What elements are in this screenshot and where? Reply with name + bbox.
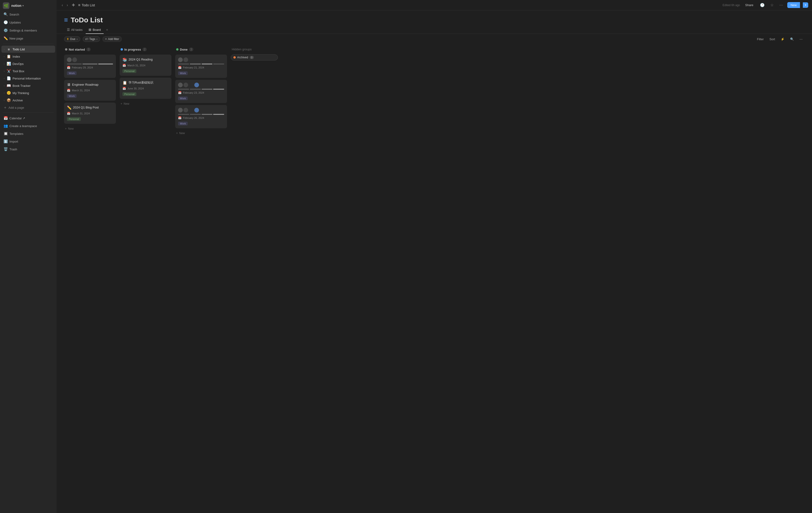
sidebar-bottom-import[interactable]: ⬇️ Import xyxy=(1,138,55,145)
item-icon: 📖 xyxy=(6,84,11,88)
card-date: June 30, 2024 xyxy=(127,87,144,90)
archived-count: 0 xyxy=(250,56,254,59)
nav-add-button[interactable]: ✚ xyxy=(70,2,76,8)
topbar-navigation: ‹ › ✚ xyxy=(60,2,76,8)
card-meta: 📅 March 31, 2024 xyxy=(67,112,113,115)
nav-forward-button[interactable]: › xyxy=(65,2,69,8)
new-button[interactable]: New xyxy=(787,2,800,8)
new-button-chevron[interactable]: ▾ xyxy=(803,2,808,8)
card-tag: Personal xyxy=(122,92,136,96)
card-c1[interactable]: 📅 February 29, 2024 Work xyxy=(64,55,116,78)
bottom-label: Import xyxy=(9,140,18,143)
bottom-label: Templates xyxy=(9,132,23,135)
new-page-button[interactable]: ✏️ New page xyxy=(1,35,55,42)
sidebar-item-index[interactable]: › 📋 Index xyxy=(1,53,55,60)
sidebar-bottom-templates[interactable]: 🔲 Templates xyxy=(1,130,55,138)
column-new-button-in-progress[interactable]: +New xyxy=(120,101,171,107)
sidebar: 🌿 notion ▾ 🔍 Search 🕐 Updates ⚙️ Setting… xyxy=(0,0,57,513)
tab-board[interactable]: ⊞ Board xyxy=(86,26,104,34)
card-progress-bars xyxy=(178,64,224,64)
sidebar-bottom-create-teamspace[interactable]: 👥 Create a teamspace xyxy=(1,122,55,130)
bottom-icon: 📅 xyxy=(3,116,8,120)
add-page-button[interactable]: ＋ Add a page xyxy=(1,104,55,111)
add-filter-chip[interactable]: + Add filter xyxy=(103,36,121,42)
card-tag: Personal xyxy=(67,117,81,121)
avatar xyxy=(67,57,71,62)
card-title-row: 📋 学习Rust基础知识 xyxy=(122,81,169,85)
sidebar-item-book-tracker[interactable]: › 📖 Book Tracker xyxy=(1,82,55,89)
avatar xyxy=(194,83,199,87)
clock-icon-button[interactable]: 🕐 xyxy=(758,2,766,8)
card-meta: 📅 February 26, 2024 xyxy=(178,116,224,120)
progress-bar xyxy=(202,64,213,64)
page-title: ToDo List xyxy=(71,16,103,24)
bottom-icon: ⬇️ xyxy=(3,139,8,144)
calendar-icon: 📅 xyxy=(178,66,181,69)
updates-button[interactable]: 🕐 Updates xyxy=(1,19,55,26)
card-c6[interactable]: 📅 February 21, 2024 Work xyxy=(175,55,227,78)
card-tag: Work xyxy=(67,94,77,98)
sidebar-bottom-calendar[interactable]: 📅 Calendar ↗ xyxy=(1,114,55,122)
avatar xyxy=(183,57,188,62)
tags-filter-chip[interactable]: 🏷 Tags ▾ xyxy=(83,36,100,42)
column-new-button-not-started[interactable]: +New xyxy=(64,126,116,132)
progress-bar xyxy=(67,64,82,64)
topbar-page-icon: ≡ xyxy=(78,3,80,7)
card-date: March 31, 2024 xyxy=(127,64,145,67)
column-not-started: Not started 3 📅 February 29, 2024 Work 🖥… xyxy=(64,46,116,132)
card-c5[interactable]: 📋 学习Rust基础知识 📅 June 30, 2024 Personal xyxy=(120,78,171,99)
share-button[interactable]: Share xyxy=(743,2,756,8)
avatar xyxy=(194,108,199,113)
archived-chip[interactable]: Archived 0 xyxy=(231,54,278,60)
column-count: 2 xyxy=(143,48,147,51)
column-dot xyxy=(121,48,123,51)
avatar xyxy=(178,108,183,113)
card-c8[interactable]: 📅 February 26, 2024 Work xyxy=(175,105,227,128)
tab-all-tasks[interactable]: ☰ All tasks xyxy=(64,26,85,34)
sort-button[interactable]: Sort xyxy=(767,36,777,42)
card-title-row: 📚 2024 Q1 Reading xyxy=(122,57,169,62)
card-meta: 📅 March 31, 2024 xyxy=(122,64,169,67)
item-label: Personal Information xyxy=(12,77,53,80)
plus-icon: + xyxy=(121,102,122,105)
lightning-button[interactable]: ⚡ xyxy=(779,36,786,42)
card-date: February 29, 2024 xyxy=(72,66,93,69)
sidebar-item-tool-box[interactable]: › ✂️ Tool Box xyxy=(1,67,55,74)
search-button[interactable]: 🔍 Search xyxy=(1,10,55,18)
card-title: Engineer Roadmap xyxy=(72,83,98,87)
sidebar-item-todo-list[interactable]: › ≡ Todo List xyxy=(1,46,55,53)
column-header-not-started: Not started 3 xyxy=(64,46,116,53)
board-area: Not started 3 📅 February 29, 2024 Work 🖥… xyxy=(57,44,812,513)
card-title: 学习Rust基础知识 xyxy=(128,81,153,85)
more-toolbar-button[interactable]: ⋯ xyxy=(798,36,805,42)
card-tag: Work xyxy=(67,71,77,75)
progress-bar xyxy=(178,64,189,64)
sidebar-bottom-trash[interactable]: 🗑️ Trash xyxy=(1,145,55,153)
column-new-button-done[interactable]: +New xyxy=(175,130,227,136)
star-icon-button[interactable]: ☆ xyxy=(769,2,775,8)
sidebar-item-archive[interactable]: › 📦 Archive xyxy=(1,97,55,104)
card-c2[interactable]: 🖥 Engineer Roadmap 📅 March 31, 2024 Work xyxy=(64,80,116,101)
card-c4[interactable]: 📚 2024 Q1 Reading 📅 March 31, 2024 Perso… xyxy=(120,55,171,76)
main-content: ‹ › ✚ ≡ Todo List Edited 6h ago Share 🕐 … xyxy=(57,0,812,513)
filter-button[interactable]: Filter xyxy=(755,36,765,42)
add-view-button[interactable]: + xyxy=(104,26,110,33)
sidebar-item-devops[interactable]: › 📊 DevOps xyxy=(1,60,55,67)
due-filter-chip[interactable]: ⬆ Due ▾ xyxy=(64,36,80,42)
progress-bar xyxy=(202,89,213,90)
sidebar-item-personal-info[interactable]: › 📄 Personal Information xyxy=(1,75,55,82)
nav-back-button[interactable]: ‹ xyxy=(60,2,64,8)
card-title-row: 🖥 Engineer Roadmap xyxy=(67,83,113,87)
sidebar-item-my-thinking[interactable]: › 😊 My Thinking xyxy=(1,89,55,96)
card-c3[interactable]: ✏️ 2024 Q1 Blog Post 📅 March 31, 2024 Pe… xyxy=(64,102,116,124)
more-options-button[interactable]: ⋯ xyxy=(778,2,784,8)
item-label: Book Tracker xyxy=(12,84,53,88)
item-icon: 📊 xyxy=(6,62,11,66)
card-title-row: ✏️ 2024 Q1 Blog Post xyxy=(67,105,113,110)
card-c7[interactable]: 📅 February 23, 2024 Work xyxy=(175,80,227,103)
workspace-header[interactable]: 🌿 notion ▾ xyxy=(0,0,57,10)
card-meta: 📅 February 21, 2024 xyxy=(178,66,224,69)
search-toolbar-button[interactable]: 🔍 xyxy=(788,36,796,42)
settings-button[interactable]: ⚙️ Settings & members xyxy=(1,27,55,34)
workspace-name[interactable]: notion ▾ xyxy=(11,4,24,7)
